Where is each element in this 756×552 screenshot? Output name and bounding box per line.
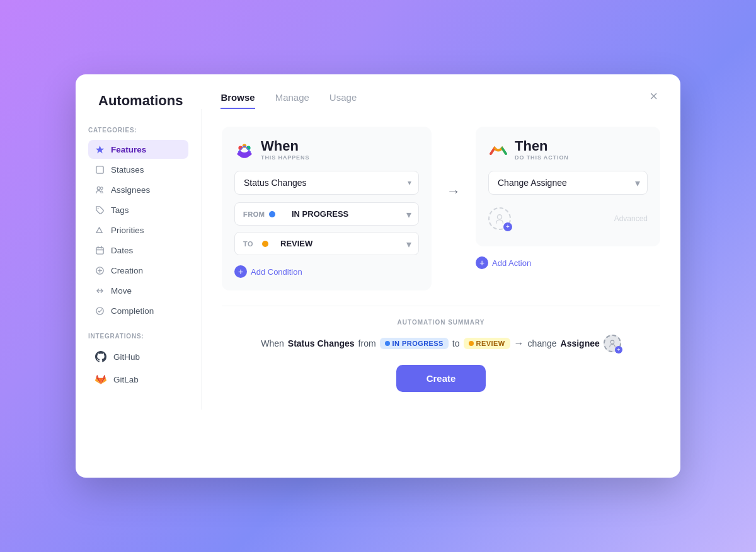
priorities-icon <box>94 225 105 235</box>
modal-body: CATEGORIES: Features Statuses <box>76 109 680 410</box>
assignee-area: + Advanced <box>488 204 648 234</box>
summary-trigger: Status Changes <box>288 338 355 348</box>
completion-icon <box>94 306 105 316</box>
sidebar-item-gitlab[interactable]: GitLab <box>88 369 188 390</box>
action-select[interactable]: Change Assignee <box>488 171 648 195</box>
github-icon <box>94 350 107 363</box>
add-condition-icon: + <box>234 265 247 278</box>
to-status-select[interactable]: REVIEW <box>234 232 419 255</box>
automation-summary: AUTOMATION SUMMARY When Status Changes f… <box>222 306 660 392</box>
add-action-label: Add Action <box>492 258 531 268</box>
from-badge-dot <box>385 341 390 346</box>
from-select-wrapper: FROM FROM IN PROGRESS ▾ <box>234 202 419 226</box>
sidebar-item-creation-label: Creation <box>111 266 143 275</box>
when-title: When <box>261 139 309 153</box>
categories-label: CATEGORIES: <box>88 127 188 134</box>
summary-assignee-avatar: + <box>604 335 621 352</box>
assignees-icon <box>94 185 105 195</box>
assignee-plus-badge: + <box>503 222 512 231</box>
summary-prefix: When <box>261 338 284 348</box>
from-status-select[interactable]: IN PROGRESS <box>234 202 419 226</box>
tab-usage[interactable]: Usage <box>329 92 357 109</box>
action-select-wrapper: Change Assignee ▾ <box>488 171 648 195</box>
creation-icon <box>94 265 105 275</box>
trigger-select-wrapper: Status Changes ▾ <box>234 171 419 195</box>
svg-rect-4 <box>96 247 103 253</box>
svg-rect-0 <box>96 166 103 173</box>
add-action-button[interactable]: + Add Action <box>476 254 660 272</box>
when-panel-header: When THIS HAPPENS <box>234 139 419 161</box>
user-icon <box>494 213 505 224</box>
svg-point-3 <box>97 208 98 209</box>
sidebar-item-move-label: Move <box>111 286 132 296</box>
trigger-select[interactable]: Status Changes <box>234 171 419 195</box>
features-icon <box>94 144 105 154</box>
statuses-icon <box>94 164 105 175</box>
add-condition-label: Add Condition <box>251 267 302 277</box>
summary-to-word: to <box>452 338 460 348</box>
automations-modal: Automations Browse Manage Usage × CATEGO… <box>76 74 680 478</box>
dates-icon <box>94 245 105 255</box>
advanced-text: Advanced <box>614 214 648 223</box>
summary-from-status: IN PROGRESS <box>392 340 444 347</box>
clickup-logo-then <box>488 140 508 160</box>
summary-from-word: from <box>358 338 376 348</box>
arrow-icon: → <box>447 183 461 200</box>
sidebar-item-assignees-label: Assignees <box>111 185 150 195</box>
sidebar-item-assignees[interactable]: Assignees <box>88 180 188 199</box>
then-panel-inner: Then DO THIS ACTION Change Assignee ▾ <box>476 127 660 246</box>
sidebar-item-github[interactable]: GitHub <box>88 346 188 367</box>
svg-point-1 <box>97 187 100 190</box>
sidebar-item-priorities[interactable]: Priorities <box>88 221 188 239</box>
tabs: Browse Manage Usage <box>220 92 357 109</box>
sidebar-item-completion-label: Completion <box>111 306 154 316</box>
summary-to-status: REVIEW <box>476 340 505 347</box>
sidebar-item-gitlab-label: GitLab <box>113 375 139 384</box>
tags-icon <box>94 205 105 215</box>
gitlab-icon <box>94 373 107 386</box>
sidebar-item-move[interactable]: Move <box>88 281 188 300</box>
when-header-text: When THIS HAPPENS <box>261 139 309 161</box>
summary-arrow: → <box>514 338 524 349</box>
add-action-icon: + <box>476 256 488 269</box>
sidebar-item-tags-label: Tags <box>111 205 129 215</box>
summary-action-word: change <box>528 338 557 348</box>
tab-browse[interactable]: Browse <box>220 92 255 109</box>
svg-point-2 <box>100 187 103 189</box>
when-subtitle: THIS HAPPENS <box>261 154 309 161</box>
sidebar-item-features-label: Features <box>111 145 146 154</box>
modal-header: Automations Browse Manage Usage × <box>76 74 680 109</box>
then-title: Then <box>515 139 569 153</box>
sidebar-item-tags[interactable]: Tags <box>88 200 188 219</box>
close-button[interactable]: × <box>650 89 658 103</box>
sidebar-item-dates[interactable]: Dates <box>88 241 188 260</box>
summary-avatar-plus: + <box>615 346 622 354</box>
sidebar-item-priorities-label: Priorities <box>111 226 144 235</box>
sidebar-item-statuses-label: Statuses <box>111 165 144 175</box>
sidebar-item-completion[interactable]: Completion <box>88 301 188 320</box>
clickup-logo-when <box>234 140 255 160</box>
sidebar-item-features[interactable]: Features <box>88 140 188 159</box>
summary-label: AUTOMATION SUMMARY <box>222 319 660 326</box>
then-panel: Then DO THIS ACTION Change Assignee ▾ <box>476 127 660 272</box>
sidebar-item-statuses[interactable]: Statuses <box>88 160 188 179</box>
when-panel: When THIS HAPPENS Status Changes ▾ <box>222 127 432 290</box>
to-badge-dot <box>469 341 474 346</box>
create-button[interactable]: Create <box>396 365 486 392</box>
to-select-wrapper: TO REVIEW ▾ <box>234 232 419 255</box>
svg-point-11 <box>610 340 614 344</box>
svg-point-10 <box>497 215 501 219</box>
arrow-connector: → <box>447 127 461 200</box>
sidebar-item-github-label: GitHub <box>113 352 140 362</box>
add-condition-button[interactable]: + Add Condition <box>234 265 419 278</box>
tab-manage[interactable]: Manage <box>275 92 309 109</box>
assignee-avatar-placeholder[interactable]: + <box>488 207 511 230</box>
summary-action-target: Assignee <box>561 338 600 348</box>
modal-title: Automations <box>98 93 183 109</box>
sidebar-item-creation[interactable]: Creation <box>88 261 188 280</box>
summary-text: When Status Changes from IN PROGRESS to … <box>222 335 660 352</box>
integrations-section: INTEGRATIONS: GitHub <box>88 333 188 390</box>
then-subtitle: DO THIS ACTION <box>515 154 569 161</box>
integrations-label: INTEGRATIONS: <box>88 333 188 340</box>
summary-from-badge: IN PROGRESS <box>380 338 449 349</box>
